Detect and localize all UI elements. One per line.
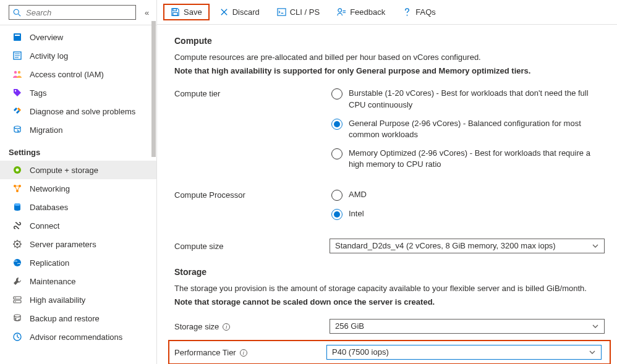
sidebar-item-advisor-recommendations[interactable]: Advisor recommendations: [0, 328, 156, 346]
feedback-label: Feedback: [350, 7, 385, 17]
storage-desc: The storage you provision is the amount …: [174, 283, 605, 294]
feedback-button[interactable]: Feedback: [330, 4, 393, 20]
sidebar-item-networking[interactable]: Networking: [0, 179, 156, 198]
sidebar-item-server-parameters[interactable]: Server parameters: [0, 235, 156, 253]
svg-point-11: [14, 126, 20, 129]
radio-button[interactable]: [331, 190, 343, 201]
sidebar-item-label: Replication: [30, 258, 69, 268]
sidebar-item-replication[interactable]: Replication: [0, 253, 156, 272]
replication-icon: [12, 258, 22, 268]
sidebar-scrollbar[interactable]: [150, 20, 156, 364]
cli-label: CLI / PS: [290, 7, 320, 17]
storage-size-select[interactable]: 256 GiB: [330, 319, 605, 334]
feedback-icon: [337, 7, 346, 17]
sidebar-item-label: Databases: [30, 203, 68, 212]
sidebar-item-label: Tags: [30, 88, 46, 98]
radio-label: Memory Optimized (2-96 vCores) - Best fo…: [349, 148, 605, 170]
search-input[interactable]: [25, 7, 132, 18]
compute-note: Note that high availability is supported…: [174, 66, 605, 77]
compute-size-value: Standard_D2ds_v4 (2 vCores, 8 GiB memory…: [335, 241, 556, 250]
radio-label: Intel: [349, 208, 364, 219]
svg-point-10: [15, 90, 16, 91]
svg-rect-28: [173, 9, 177, 11]
chevron-down-icon: [592, 323, 599, 330]
storage-heading: Storage: [174, 267, 605, 277]
sidebar-item-backup-and-restore[interactable]: Backup and restore: [0, 309, 156, 328]
discard-button[interactable]: Discard: [212, 4, 267, 20]
svg-point-26: [14, 315, 20, 317]
faqs-label: FAQs: [415, 7, 436, 17]
compute-size-select[interactable]: Standard_D2ds_v4 (2 vCores, 8 GiB memory…: [330, 239, 605, 253]
performance-tier-value: P40 (7500 iops): [332, 347, 389, 357]
storage-size-label: Storage size i: [174, 321, 330, 331]
networking-icon: [12, 184, 22, 193]
radio-button[interactable]: [331, 148, 343, 159]
info-icon[interactable]: i: [240, 349, 247, 357]
compute-processor-label: Compute Processor: [174, 189, 331, 200]
search-icon: [13, 9, 21, 17]
sidebar-item-label: Advisor recommendations: [30, 332, 122, 342]
sidebar-item-diagnose-and-solve-problems[interactable]: Diagnose and solve problems: [0, 102, 156, 121]
performance-tier-label: Performance Tier i: [174, 347, 326, 357]
sidebar-item-label: High availability: [30, 295, 85, 305]
compute-processor-option-0[interactable]: AMD: [331, 189, 605, 201]
diagnose-icon: [12, 106, 22, 116]
overview-icon: [12, 32, 22, 42]
chevron-down-icon: [589, 349, 596, 356]
sidebar-item-label: Diagnose and solve problems: [30, 107, 135, 116]
svg-rect-2: [14, 33, 21, 41]
performance-tier-select[interactable]: P40 (7500 iops): [326, 345, 602, 360]
high-availability-icon: [12, 295, 22, 305]
info-icon[interactable]: i: [223, 323, 230, 331]
compute-tier-option-1[interactable]: General Purpose (2-96 vCores) - Balanced…: [331, 118, 605, 140]
compute-desc: Compute resources are pre-allocated and …: [174, 52, 605, 63]
sidebar-item-activity-log[interactable]: Activity log: [0, 46, 156, 65]
help-icon: [402, 7, 412, 17]
sidebar-item-maintenance[interactable]: Maintenance: [0, 272, 156, 290]
compute-heading: Compute: [174, 36, 605, 46]
compute-tier-option-0[interactable]: Burstable (1-20 vCores) - Best for workl…: [331, 88, 605, 110]
sidebar-item-label: Compute + storage: [30, 166, 98, 175]
svg-point-18: [14, 203, 20, 206]
faqs-button[interactable]: FAQs: [395, 4, 443, 20]
svg-rect-22: [14, 297, 21, 299]
sidebar-item-connect[interactable]: Connect: [0, 216, 156, 235]
svg-rect-23: [14, 300, 21, 303]
save-label: Save: [184, 7, 202, 17]
sidebar-item-overview[interactable]: Overview: [0, 28, 156, 46]
cli-button[interactable]: CLI / PS: [270, 4, 327, 20]
sidebar-item-label: Backup and restore: [30, 314, 100, 323]
svg-rect-29: [173, 12, 178, 15]
sidebar-item-label: Connect: [30, 221, 59, 231]
compute-processor-option-1[interactable]: Intel: [331, 208, 605, 220]
save-icon: [171, 7, 180, 17]
search-box[interactable]: [9, 5, 136, 20]
activity-log-icon: [12, 51, 22, 61]
radio-button[interactable]: [331, 88, 343, 99]
svg-point-33: [338, 9, 342, 12]
sidebar-item-label: Activity log: [30, 51, 68, 61]
svg-line-1: [19, 14, 21, 16]
compute-storage-icon: [12, 165, 22, 175]
radio-label: Burstable (1-20 vCores) - Best for workl…: [349, 88, 605, 110]
sidebar-item-label: Maintenance: [30, 277, 75, 286]
sidebar-item-tags[interactable]: Tags: [0, 83, 156, 102]
radio-button[interactable]: [331, 119, 343, 130]
sidebar-nav: OverviewActivity logAccess control (IAM)…: [0, 25, 156, 364]
sidebar-item-label: Overview: [30, 33, 63, 42]
sidebar-item-access-control-iam-[interactable]: Access control (IAM): [0, 65, 156, 83]
sidebar-item-high-availability[interactable]: High availability: [0, 290, 156, 309]
sidebar-item-databases[interactable]: Databases: [0, 198, 156, 216]
radio-button[interactable]: [331, 209, 343, 220]
storage-size-row: Storage size i 256 GiB: [174, 319, 605, 334]
save-button[interactable]: Save: [163, 4, 210, 20]
server-params-icon: [12, 239, 22, 249]
compute-tier-option-2[interactable]: Memory Optimized (2-96 vCores) - Best fo…: [331, 148, 605, 170]
svg-rect-32: [278, 9, 286, 15]
maintenance-icon: [12, 276, 22, 286]
sidebar-scrollbar-thumb[interactable]: [151, 21, 156, 157]
sidebar-item-compute-storage[interactable]: Compute + storage: [0, 161, 156, 179]
sidebar-item-migration[interactable]: Migration: [0, 121, 156, 139]
cli-icon: [277, 7, 286, 17]
collapse-sidebar-button[interactable]: «: [142, 8, 151, 17]
